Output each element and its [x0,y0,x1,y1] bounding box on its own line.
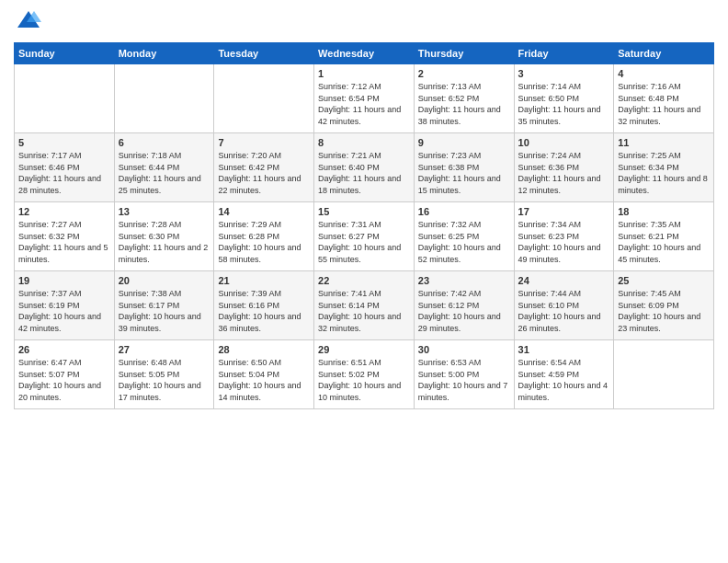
calendar-cell: 31Sunrise: 6:54 AMSunset: 4:59 PMDayligh… [514,340,614,409]
calendar-cell: 23Sunrise: 7:42 AMSunset: 6:12 PMDayligh… [414,271,514,340]
day-number: 30 [418,344,510,355]
day-info: Sunrise: 6:48 AMSunset: 5:05 PMDaylight:… [119,357,210,403]
col-friday: Friday [514,43,614,64]
day-info: Sunrise: 7:20 AMSunset: 6:42 PMDaylight:… [218,150,310,196]
calendar-cell: 3Sunrise: 7:14 AMSunset: 6:50 PMDaylight… [514,64,614,133]
calendar-cell: 7Sunrise: 7:20 AMSunset: 6:42 PMDaylight… [214,133,314,202]
week-row-1: 1Sunrise: 7:12 AMSunset: 6:54 PMDaylight… [15,64,714,133]
day-number: 25 [618,275,710,286]
calendar-cell: 17Sunrise: 7:34 AMSunset: 6:23 PMDayligh… [514,202,614,271]
day-info: Sunrise: 7:13 AMSunset: 6:52 PMDaylight:… [418,81,510,127]
day-info: Sunrise: 7:25 AMSunset: 6:34 PMDaylight:… [618,150,710,196]
day-info: Sunrise: 7:34 AMSunset: 6:23 PMDaylight:… [518,219,610,265]
day-number: 3 [518,68,610,79]
calendar-cell: 10Sunrise: 7:24 AMSunset: 6:36 PMDayligh… [514,133,614,202]
calendar-cell: 12Sunrise: 7:27 AMSunset: 6:32 PMDayligh… [15,202,115,271]
day-number: 26 [18,344,110,355]
day-info: Sunrise: 7:39 AMSunset: 6:16 PMDaylight:… [218,288,310,334]
day-number: 17 [518,206,610,217]
calendar-cell [614,340,714,409]
calendar-cell: 2Sunrise: 7:13 AMSunset: 6:52 PMDaylight… [414,64,514,133]
day-number: 28 [218,344,310,355]
day-info: Sunrise: 6:54 AMSunset: 4:59 PMDaylight:… [518,357,610,403]
calendar-cell: 29Sunrise: 6:51 AMSunset: 5:02 PMDayligh… [314,340,415,409]
col-wednesday: Wednesday [314,43,415,64]
day-number: 29 [318,344,410,355]
day-info: Sunrise: 7:37 AMSunset: 6:19 PMDaylight:… [18,288,110,334]
day-number: 1 [318,68,410,79]
calendar-cell: 20Sunrise: 7:38 AMSunset: 6:17 PMDayligh… [114,271,214,340]
day-number: 13 [119,206,210,217]
col-monday: Monday [114,43,214,64]
day-number: 20 [119,275,210,286]
calendar-cell: 28Sunrise: 6:50 AMSunset: 5:04 PMDayligh… [214,340,314,409]
day-number: 4 [618,68,710,79]
calendar-table: Sunday Monday Tuesday Wednesday Thursday… [14,42,714,409]
day-info: Sunrise: 7:16 AMSunset: 6:48 PMDaylight:… [618,81,710,127]
calendar-cell: 26Sunrise: 6:47 AMSunset: 5:07 PMDayligh… [15,340,115,409]
calendar-cell: 18Sunrise: 7:35 AMSunset: 6:21 PMDayligh… [614,202,714,271]
day-number: 27 [119,344,210,355]
day-number: 21 [218,275,310,286]
day-info: Sunrise: 7:45 AMSunset: 6:09 PMDaylight:… [618,288,710,334]
day-info: Sunrise: 7:24 AMSunset: 6:36 PMDaylight:… [518,150,610,196]
day-info: Sunrise: 7:21 AMSunset: 6:40 PMDaylight:… [318,150,410,196]
col-tuesday: Tuesday [214,43,314,64]
day-info: Sunrise: 7:32 AMSunset: 6:25 PMDaylight:… [418,219,510,265]
col-thursday: Thursday [414,43,514,64]
calendar-cell [214,64,314,133]
calendar-cell: 1Sunrise: 7:12 AMSunset: 6:54 PMDaylight… [314,64,415,133]
day-number: 15 [318,206,410,217]
day-info: Sunrise: 7:31 AMSunset: 6:27 PMDaylight:… [318,219,410,265]
col-saturday: Saturday [614,43,714,64]
day-info: Sunrise: 7:14 AMSunset: 6:50 PMDaylight:… [518,81,610,127]
calendar-cell: 30Sunrise: 6:53 AMSunset: 5:00 PMDayligh… [414,340,514,409]
day-info: Sunrise: 7:44 AMSunset: 6:10 PMDaylight:… [518,288,610,334]
week-row-2: 5Sunrise: 7:17 AMSunset: 6:46 PMDaylight… [15,133,714,202]
day-info: Sunrise: 6:50 AMSunset: 5:04 PMDaylight:… [218,357,310,403]
calendar-cell: 11Sunrise: 7:25 AMSunset: 6:34 PMDayligh… [614,133,714,202]
page-header [14,9,714,35]
calendar-cell: 4Sunrise: 7:16 AMSunset: 6:48 PMDaylight… [614,64,714,133]
day-number: 24 [518,275,610,286]
week-row-5: 26Sunrise: 6:47 AMSunset: 5:07 PMDayligh… [15,340,714,409]
day-number: 14 [218,206,310,217]
day-info: Sunrise: 7:41 AMSunset: 6:14 PMDaylight:… [318,288,410,334]
day-info: Sunrise: 7:27 AMSunset: 6:32 PMDaylight:… [18,219,110,265]
calendar-cell: 15Sunrise: 7:31 AMSunset: 6:27 PMDayligh… [314,202,415,271]
day-info: Sunrise: 6:47 AMSunset: 5:07 PMDaylight:… [18,357,110,403]
day-info: Sunrise: 7:28 AMSunset: 6:30 PMDaylight:… [119,219,210,265]
day-info: Sunrise: 7:38 AMSunset: 6:17 PMDaylight:… [119,288,210,334]
calendar-cell: 9Sunrise: 7:23 AMSunset: 6:38 PMDaylight… [414,133,514,202]
day-number: 23 [418,275,510,286]
calendar-cell: 25Sunrise: 7:45 AMSunset: 6:09 PMDayligh… [614,271,714,340]
calendar-cell: 8Sunrise: 7:21 AMSunset: 6:40 PMDaylight… [314,133,415,202]
calendar-cell: 21Sunrise: 7:39 AMSunset: 6:16 PMDayligh… [214,271,314,340]
week-row-3: 12Sunrise: 7:27 AMSunset: 6:32 PMDayligh… [15,202,714,271]
calendar-cell: 5Sunrise: 7:17 AMSunset: 6:46 PMDaylight… [15,133,115,202]
day-number: 31 [518,344,610,355]
day-number: 22 [318,275,410,286]
day-info: Sunrise: 7:12 AMSunset: 6:54 PMDaylight:… [318,81,410,127]
calendar-cell: 22Sunrise: 7:41 AMSunset: 6:14 PMDayligh… [314,271,415,340]
calendar-cell: 6Sunrise: 7:18 AMSunset: 6:44 PMDaylight… [114,133,214,202]
day-number: 6 [119,137,210,148]
day-number: 16 [418,206,510,217]
logo-icon [16,9,41,31]
day-number: 7 [218,137,310,148]
header-row: Sunday Monday Tuesday Wednesday Thursday… [15,43,714,64]
day-number: 2 [418,68,510,79]
calendar-cell: 16Sunrise: 7:32 AMSunset: 6:25 PMDayligh… [414,202,514,271]
day-info: Sunrise: 7:42 AMSunset: 6:12 PMDaylight:… [418,288,510,334]
calendar-cell: 27Sunrise: 6:48 AMSunset: 5:05 PMDayligh… [114,340,214,409]
col-sunday: Sunday [15,43,115,64]
day-info: Sunrise: 7:29 AMSunset: 6:28 PMDaylight:… [218,219,310,265]
day-number: 11 [618,137,710,148]
calendar-cell: 24Sunrise: 7:44 AMSunset: 6:10 PMDayligh… [514,271,614,340]
page-container: Sunday Monday Tuesday Wednesday Thursday… [0,0,728,419]
calendar-cell [114,64,214,133]
day-info: Sunrise: 7:23 AMSunset: 6:38 PMDaylight:… [418,150,510,196]
day-info: Sunrise: 7:17 AMSunset: 6:46 PMDaylight:… [18,150,110,196]
calendar-cell: 13Sunrise: 7:28 AMSunset: 6:30 PMDayligh… [114,202,214,271]
day-info: Sunrise: 7:18 AMSunset: 6:44 PMDaylight:… [119,150,210,196]
